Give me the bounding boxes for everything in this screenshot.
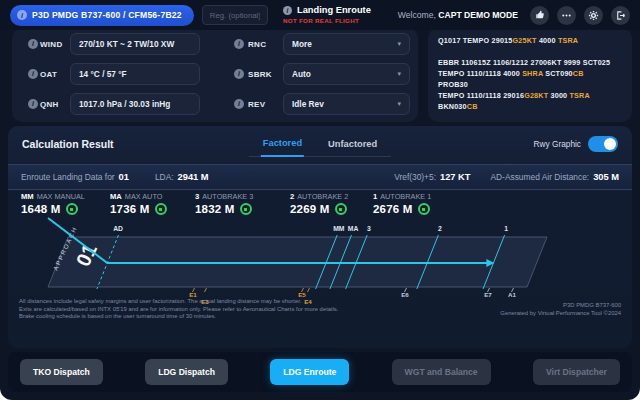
footer-ldg-dispatch[interactable]: LDG Dispatch (145, 359, 228, 385)
tab-unfactored[interactable]: Unfactored (326, 128, 379, 156)
weather-line: TEMPO 1110/1118 29016G28KT 3000 TSRA (438, 90, 622, 101)
svg-text:E1: E1 (189, 291, 197, 298)
form-card: iWIND270/10 KT ~ 2 TW/10 XWiOAT14 °C / 5… (12, 28, 418, 122)
footer-nav: TKO DispatchLDG DispatchLDG EnrouteWGT a… (8, 352, 632, 392)
gear-icon (588, 10, 599, 21)
chevron-down-icon: ▾ (397, 100, 401, 108)
svg-text:MM: MM (333, 225, 345, 232)
summary-bar: Enroute Landing Data for01 LDA:2941 M Vr… (8, 164, 632, 190)
more-options-button[interactable] (557, 6, 576, 25)
top-right-actions: Welcome, CAPT DEMO MODE (398, 0, 630, 30)
info-icon[interactable]: i (234, 69, 244, 79)
air-distance-value: AD-Assumed Air Distance:305 M (490, 172, 619, 182)
result-mm-max-manual: MMMAX MANUAL1648 M (21, 192, 85, 215)
result-tabs: Factored Unfactored (249, 128, 391, 157)
result-2-autobrake-2: 2AUTOBRAKE 22269 M (290, 192, 348, 215)
weather-line: PROB30 (438, 79, 622, 90)
like-button[interactable] (530, 6, 549, 25)
weather-line: EBBR 110615Z 1106/1212 27006KT 9999 SCT0… (438, 57, 622, 68)
section-title: Calculation Result (22, 138, 114, 150)
footer-wgt-and-balance[interactable]: WGT and Balance (392, 359, 491, 385)
disclaimer-text: All distances include legal safety margi… (19, 298, 338, 321)
logout-button[interactable] (611, 6, 630, 25)
thumbs-up-icon (535, 10, 545, 20)
svg-text:1: 1 (504, 225, 508, 232)
tab-factored[interactable]: Factored (261, 128, 304, 157)
status-go-icon (66, 203, 78, 215)
info-icon: i (283, 6, 292, 15)
field-label-rnc: RNC (248, 40, 266, 49)
status-go-icon (155, 203, 167, 215)
ellipsis-icon (561, 10, 572, 21)
top-bar: i P3D PMDG B737-600 / CFM56-7B22 i Landi… (0, 0, 640, 30)
footer-tko-dispatch[interactable]: TKO Dispatch (20, 359, 103, 385)
footer-virt-dispatcher[interactable]: Virt Dispatcher (533, 359, 620, 385)
generator-credit: P3D PMDG B737-600 Generated by Virtual P… (500, 302, 621, 317)
mode-title: i Landing Enroute (283, 5, 371, 15)
mode-block: i Landing Enroute NOT FOR REAL FLIGHT (283, 5, 371, 24)
weather-line (438, 46, 622, 57)
status-go-icon (335, 203, 347, 215)
result-3-autobrake-3: 3AUTOBRAKE 31832 M (195, 192, 253, 215)
result-ma-max-auto: MAMAX AUTO1736 M (110, 192, 167, 215)
welcome-text: Welcome, CAPT DEMO MODE (398, 10, 518, 20)
toggle-knob (604, 138, 616, 150)
aircraft-selector-pill[interactable]: i P3D PMDG B737-600 / CFM56-7B22 (10, 5, 194, 26)
chevron-down-icon: ▾ (397, 40, 401, 48)
calculation-result-card: Calculation Result Factored Unfactored R… (8, 126, 632, 348)
not-for-real-flight-warning: NOT FOR REAL FLIGHT (283, 17, 371, 24)
rwy-graphic-toggle[interactable] (588, 136, 618, 152)
rwy-graphic-toggle-group: Rwy Graphic (534, 136, 619, 152)
svg-text:2: 2 (438, 225, 442, 232)
field-label-sbrk: SBRK (248, 70, 272, 79)
svg-text:3: 3 (367, 225, 371, 232)
svg-text:MA: MA (348, 225, 359, 232)
info-icon[interactable]: i (234, 39, 244, 49)
vref-value: Vref(30)+5:127 KT (394, 172, 470, 182)
registration-input[interactable] (202, 5, 268, 25)
weather-line: TEMPO 1110/1118 4000 SHRA SCT090CB (438, 68, 622, 79)
field-label-rev: REV (248, 100, 265, 109)
weather-line: BKN030CB (438, 101, 622, 112)
select-sbrk[interactable]: Auto▾ (283, 63, 410, 85)
form-row-rnc: iRNCMore▾ (12, 33, 418, 55)
info-icon: i (17, 10, 27, 20)
select-rnc[interactable]: More▾ (283, 33, 410, 55)
rwy-graphic-label: Rwy Graphic (534, 139, 582, 149)
logout-icon (615, 10, 626, 21)
svg-text:A1: A1 (508, 291, 516, 298)
svg-text:E5: E5 (298, 291, 306, 298)
status-go-icon (240, 203, 252, 215)
select-rev[interactable]: Idle Rev▾ (283, 93, 410, 115)
settings-button[interactable] (584, 6, 603, 25)
app-window: i P3D PMDG B737-600 / CFM56-7B22 i Landi… (0, 0, 640, 400)
form-row-sbrk: iSBRKAuto▾ (12, 63, 418, 85)
aircraft-name: P3D PMDG B737-600 / CFM56-7B22 (32, 10, 182, 20)
svg-text:E6: E6 (401, 291, 409, 298)
weather-panel[interactable]: Q1017 TEMPO 29015G25KT 4000 TSRA EBBR 11… (428, 28, 632, 122)
chevron-down-icon: ▾ (397, 70, 401, 78)
footer-ldg-enroute[interactable]: LDG Enroute (270, 359, 349, 385)
svg-text:AD: AD (113, 225, 123, 232)
status-go-icon (418, 203, 430, 215)
lda-value: LDA:2941 M (155, 172, 209, 182)
result-1-autobrake-1: 1AUTOBRAKE 12676 M (373, 192, 431, 215)
form-row-rev: iREVIdle Rev▾ (12, 93, 418, 115)
weather-line: Q1017 TEMPO 29015G25KT 4000 TSRA (438, 35, 622, 46)
summary-title: Enroute Landing Data for01 (21, 172, 129, 182)
info-icon[interactable]: i (234, 99, 244, 109)
svg-text:E7: E7 (484, 291, 492, 298)
